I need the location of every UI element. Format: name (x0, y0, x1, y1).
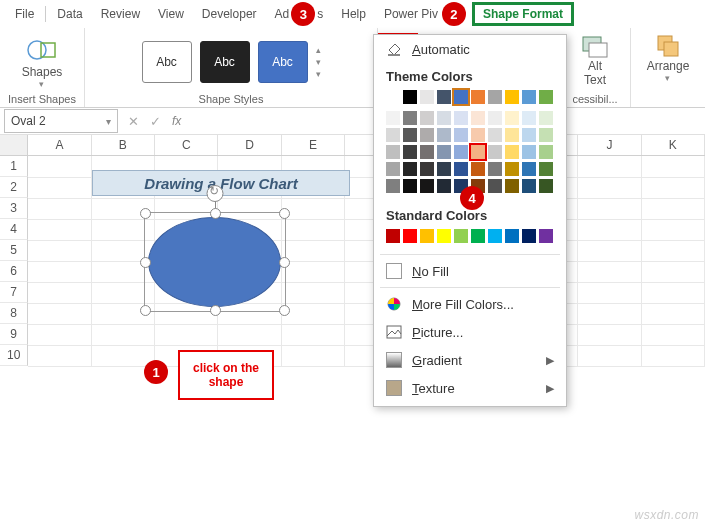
shape-style-preset-1[interactable]: Abc (142, 41, 192, 83)
color-swatch[interactable] (488, 90, 502, 104)
col-C[interactable]: C (155, 135, 218, 155)
color-swatch[interactable] (539, 111, 553, 125)
row-5[interactable]: 5 (0, 240, 28, 261)
color-swatch[interactable] (403, 111, 417, 125)
row-6[interactable]: 6 (0, 261, 28, 282)
tab-shape-format[interactable]: Shape Format (472, 2, 574, 26)
color-swatch[interactable] (386, 90, 400, 104)
resize-handle-n[interactable] (210, 208, 221, 219)
color-swatch[interactable] (471, 145, 485, 159)
color-swatch[interactable] (505, 229, 519, 243)
fx-label[interactable]: fx (166, 114, 181, 128)
color-swatch[interactable] (488, 179, 502, 193)
col-B[interactable]: B (92, 135, 155, 155)
color-swatch[interactable] (522, 128, 536, 142)
col-E[interactable]: E (282, 135, 345, 155)
color-swatch[interactable] (403, 145, 417, 159)
col-A[interactable]: A (28, 135, 91, 155)
color-swatch[interactable] (488, 145, 502, 159)
row-10[interactable]: 10 (0, 345, 28, 366)
tab-powerpivot[interactable]: Power Piv (375, 3, 438, 25)
resize-handle-sw[interactable] (140, 305, 151, 316)
color-swatch[interactable] (386, 179, 400, 193)
color-swatch[interactable] (403, 90, 417, 104)
style-expand[interactable]: ▾ (316, 69, 321, 79)
tab-addins-part1[interactable]: Ad (266, 3, 290, 25)
alt-text-button[interactable]: Alt Text (581, 31, 609, 87)
col-K[interactable]: K (642, 135, 705, 155)
color-swatch[interactable] (505, 179, 519, 193)
color-swatch[interactable] (386, 162, 400, 176)
color-swatch[interactable] (403, 179, 417, 193)
tab-developer[interactable]: Developer (193, 3, 266, 25)
formula-cancel[interactable]: ✕ (122, 114, 144, 129)
tab-data[interactable]: Data (48, 3, 91, 25)
col-J[interactable]: J (578, 135, 641, 155)
color-swatch[interactable] (488, 128, 502, 142)
color-swatch[interactable] (437, 162, 451, 176)
color-swatch[interactable] (403, 128, 417, 142)
color-swatch[interactable] (437, 90, 451, 104)
resize-handle-s[interactable] (210, 305, 221, 316)
row-2[interactable]: 2 (0, 177, 28, 198)
color-swatch[interactable] (437, 229, 451, 243)
color-swatch[interactable] (437, 111, 451, 125)
color-swatch[interactable] (386, 128, 400, 142)
color-swatch[interactable] (522, 145, 536, 159)
color-swatch[interactable] (386, 145, 400, 159)
fill-texture[interactable]: Texture ▶ (374, 374, 566, 402)
shape-style-preset-3[interactable]: Abc (258, 41, 308, 83)
color-swatch[interactable] (522, 90, 536, 104)
shape-style-preset-2[interactable]: Abc (200, 41, 250, 83)
rotation-handle[interactable] (207, 185, 224, 202)
color-swatch[interactable] (488, 162, 502, 176)
row-1[interactable]: 1 (0, 156, 28, 177)
color-swatch[interactable] (471, 229, 485, 243)
row-9[interactable]: 9 (0, 324, 28, 345)
shapes-gallery-button[interactable]: Shapes ▾ (22, 35, 63, 89)
color-swatch[interactable] (488, 229, 502, 243)
style-scroll-up[interactable]: ▴ (316, 45, 321, 55)
color-swatch[interactable] (505, 111, 519, 125)
tab-view[interactable]: View (149, 3, 193, 25)
color-swatch[interactable] (437, 128, 451, 142)
color-swatch[interactable] (420, 145, 434, 159)
style-scroll-down[interactable]: ▾ (316, 57, 321, 67)
color-swatch[interactable] (437, 145, 451, 159)
color-swatch[interactable] (420, 229, 434, 243)
row-8[interactable]: 8 (0, 303, 28, 324)
color-swatch[interactable] (420, 128, 434, 142)
name-box[interactable]: Oval 2 ▾ (4, 109, 118, 133)
color-swatch[interactable] (522, 162, 536, 176)
color-swatch[interactable] (454, 162, 468, 176)
tab-review[interactable]: Review (92, 3, 149, 25)
tab-addins-part2[interactable]: s (317, 3, 332, 25)
color-swatch[interactable] (471, 90, 485, 104)
fill-more-colors[interactable]: More Fill Colors... (374, 290, 566, 318)
resize-handle-se[interactable] (279, 305, 290, 316)
row-7[interactable]: 7 (0, 282, 28, 303)
worksheet-grid[interactable]: 1 2 3 4 5 6 7 8 9 10 Drawing a Flow Char… (0, 156, 705, 366)
color-swatch[interactable] (454, 229, 468, 243)
color-swatch[interactable] (403, 229, 417, 243)
color-swatch[interactable] (539, 90, 553, 104)
tab-file[interactable]: File (6, 3, 43, 25)
color-swatch[interactable] (437, 179, 451, 193)
color-swatch[interactable] (539, 145, 553, 159)
resize-handle-nw[interactable] (140, 208, 151, 219)
select-all-triangle[interactable] (0, 135, 28, 155)
color-swatch[interactable] (471, 111, 485, 125)
color-swatch[interactable] (454, 145, 468, 159)
resize-handle-e[interactable] (279, 257, 290, 268)
fill-automatic[interactable]: Automatic (374, 35, 566, 63)
color-swatch[interactable] (505, 145, 519, 159)
color-swatch[interactable] (505, 128, 519, 142)
resize-handle-ne[interactable] (279, 208, 290, 219)
color-swatch[interactable] (454, 128, 468, 142)
fill-no-fill[interactable]: No Fill (374, 257, 566, 285)
color-swatch[interactable] (522, 111, 536, 125)
color-swatch[interactable] (386, 111, 400, 125)
fill-picture[interactable]: Picture... (374, 318, 566, 346)
arrange-button[interactable]: Arrange ▾ (647, 31, 690, 83)
row-3[interactable]: 3 (0, 198, 28, 219)
